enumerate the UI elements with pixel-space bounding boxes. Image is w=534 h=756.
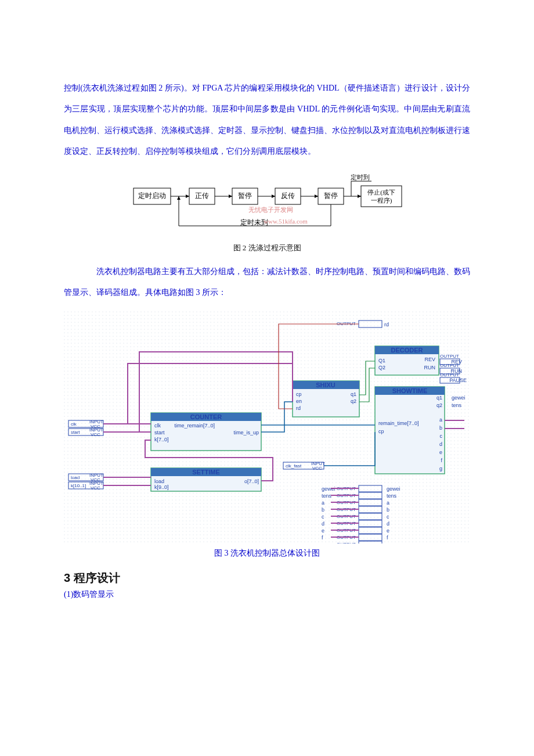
svg-text:d: d — [387, 521, 389, 527]
figure-2-svg: .box{fill:#fff;stroke:#000;stroke-width:… — [128, 171, 406, 240]
fig2-box-pause2: 暂停 — [324, 191, 338, 199]
svg-text:VCC: VCC — [91, 485, 100, 491]
svg-text:b: b — [322, 507, 324, 513]
svg-text:clk: clk — [71, 422, 77, 427]
svg-text:q2: q2 — [351, 398, 356, 404]
svg-text:tens: tens — [322, 493, 332, 499]
svg-text:a: a — [439, 417, 442, 423]
svg-text:OUTPUT: OUTPUT — [440, 372, 459, 377]
svg-text:k[9..0]: k[9..0] — [154, 484, 169, 490]
svg-text:time_remain[7..0]: time_remain[7..0] — [174, 423, 215, 429]
block-decoder: DECODER Q1 Q2 REV RUN — [375, 346, 439, 375]
svg-text:Q2: Q2 — [378, 365, 385, 370]
svg-text:VCC: VCC — [91, 432, 100, 437]
svg-text:load: load — [71, 475, 80, 480]
svg-text:OUTPUT: OUTPUT — [440, 354, 459, 359]
fig2-label-end: 定时到 — [351, 173, 370, 180]
svg-text:Q1: Q1 — [378, 358, 385, 363]
svg-text:a: a — [387, 500, 389, 506]
svg-text:g: g — [439, 466, 442, 471]
svg-text:e: e — [439, 449, 442, 455]
svg-text:start: start — [71, 430, 80, 435]
block-shixu: SHIXU cp en rd q1 q2 — [293, 381, 359, 417]
svg-text:SHOWTIME: SHOWTIME — [392, 387, 428, 394]
heading-section-3: 3 程序设计 — [64, 570, 470, 586]
figure-3-caption: 图 3 洗衣机控制器总体设计图 — [64, 548, 470, 559]
svg-text:cp: cp — [296, 391, 302, 397]
svg-text:time_is_up: time_is_up — [233, 430, 259, 435]
svg-text:k[7..0]: k[7..0] — [154, 437, 169, 442]
figure-3: .dotbg{fill:#c8d8e8;opacity:.15} .mod{fi… — [64, 311, 470, 559]
fig2-watermark2: www.51kifa.com — [264, 217, 308, 224]
svg-text:rd: rd — [296, 405, 301, 411]
svg-text:q1: q1 — [351, 391, 356, 397]
svg-text:g: g — [322, 542, 324, 543]
svg-text:cp: cp — [378, 429, 384, 434]
svg-text:clk_fast: clk_fast — [286, 463, 302, 469]
figure-2: .box{fill:#fff;stroke:#000;stroke-width:… — [128, 171, 406, 253]
svg-text:o[7..0]: o[7..0] — [244, 478, 259, 484]
svg-text:g: g — [387, 542, 389, 543]
svg-text:OUTPUT: OUTPUT — [440, 363, 459, 368]
svg-text:start: start — [154, 430, 165, 435]
svg-text:d: d — [322, 521, 324, 527]
svg-text:clk: clk — [154, 423, 161, 429]
svg-text:en: en — [296, 398, 302, 404]
svg-text:COUNTER: COUNTER — [190, 413, 222, 420]
svg-text:REV: REV — [424, 357, 435, 362]
svg-text:rd: rd — [384, 322, 389, 327]
figure-3-svg: .dotbg{fill:#c8d8e8;opacity:.15} .mod{fi… — [64, 311, 470, 543]
block-counter: COUNTER clk start k[7..0] time_remain[7.… — [151, 413, 261, 451]
svg-text:c: c — [387, 514, 389, 520]
svg-text:b: b — [387, 507, 389, 513]
svg-text:d: d — [439, 441, 442, 447]
svg-text:c: c — [322, 514, 324, 520]
svg-text:tens: tens — [387, 493, 397, 499]
svg-text:DECODER: DECODER — [391, 347, 423, 354]
svg-text:a: a — [322, 500, 324, 506]
fig2-box-stop1: 停止(或下 — [367, 188, 395, 196]
svg-text:q2: q2 — [436, 402, 442, 408]
fig2-watermark1: 无忧电子开发网 — [248, 206, 293, 213]
svg-text:OUTPUT: OUTPUT — [337, 542, 356, 543]
svg-text:VCC: VCC — [312, 466, 322, 471]
svg-text:q1: q1 — [436, 395, 442, 401]
fig2-box-fwd: 正传 — [195, 191, 209, 199]
svg-rect-63 — [375, 387, 445, 474]
fig2-box-pause1: 暂停 — [238, 191, 252, 199]
paragraph-2: 洗衣机控制器电路主要有五大部分组成，包括：减法计数器、时序控制电路、预置时间和编… — [64, 261, 470, 304]
showtime-tens-label: tens — [452, 402, 462, 408]
svg-text:k[10..1]: k[10..1] — [71, 483, 86, 488]
showtime-gewei-label: gewei — [452, 395, 466, 401]
fig2-box-rev: 反传 — [281, 191, 295, 199]
svg-text:PAUSE: PAUSE — [449, 377, 467, 383]
fig2-box-start: 定时启动 — [138, 191, 166, 199]
block-settime: SETTIME load k[9..0] o[7..0] — [151, 468, 261, 491]
fig2-box-stop2: 一程序) — [371, 196, 392, 204]
svg-text:SHIXU: SHIXU — [316, 381, 335, 388]
block-showtime: SHOWTIME remain_time[7..0] cp q1 q2 a b … — [375, 387, 445, 474]
svg-text:load: load — [154, 478, 164, 484]
svg-text:e: e — [322, 528, 324, 534]
svg-text:RUN: RUN — [424, 365, 436, 370]
svg-text:remain_time[7..0]: remain_time[7..0] — [378, 420, 419, 426]
subsection-1: (1)数码管显示 — [64, 589, 470, 600]
figure-2-caption: 图 2 洗涤过程示意图 — [128, 243, 406, 253]
svg-text:e: e — [387, 528, 389, 534]
svg-text:SETTIME: SETTIME — [192, 469, 220, 476]
svg-text:c: c — [440, 433, 443, 439]
svg-text:b: b — [439, 425, 442, 431]
svg-text:gewei: gewei — [387, 486, 400, 492]
paragraph-1: 控制(洗衣机洗涤过程如图 2 所示)。对 FPGA 芯片的编程采用模块化的 VH… — [64, 78, 470, 163]
